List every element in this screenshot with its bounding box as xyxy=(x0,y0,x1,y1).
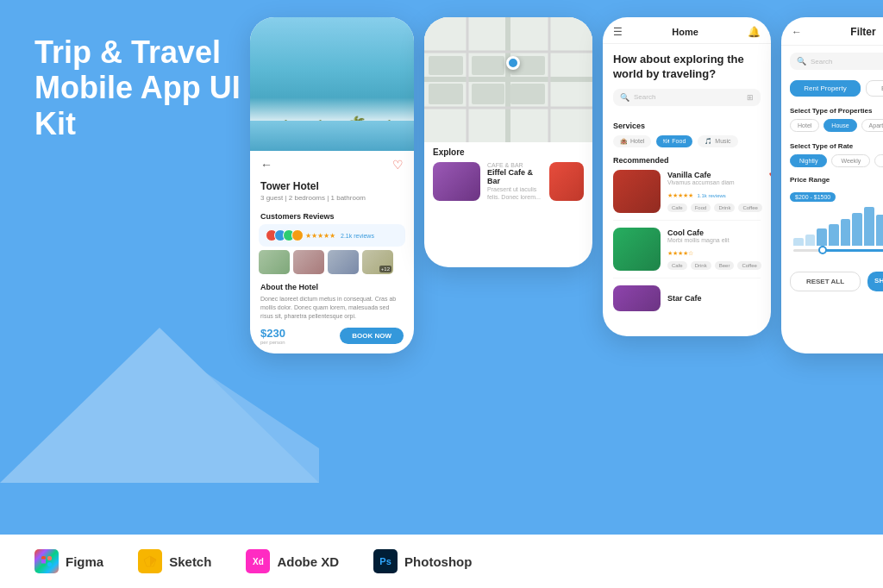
price-subtitle: per person xyxy=(260,340,285,345)
svg-rect-16 xyxy=(472,56,504,75)
bottom-toolbar: Figma Sketch Xd Adobe XD Ps Photoshop xyxy=(0,535,883,588)
rec-card-image-2 xyxy=(613,228,661,271)
explore-tag: CAFE & BAR xyxy=(487,162,542,168)
rec-card-name-1: Vanilla Cafe xyxy=(667,171,762,179)
photoshop-label: Photoshop xyxy=(404,554,472,569)
pool-area xyxy=(250,121,414,151)
prop-house-btn[interactable]: House xyxy=(824,119,856,132)
xd-tool: Xd Adobe XD xyxy=(246,549,339,573)
rate-type-title: Select Type of Rate xyxy=(790,142,883,150)
filter-header: ← Filter xyxy=(781,17,883,46)
recommended-title: Recommended xyxy=(613,156,761,165)
svg-rect-6 xyxy=(41,560,46,564)
service-food-tab[interactable]: 🍽 Food xyxy=(656,135,692,147)
gallery-thumb-2 xyxy=(293,250,324,274)
price-range-section: Price Range $200 - $1500 xyxy=(781,171,883,260)
rec-stars-2: ★★★★☆ xyxy=(667,243,761,259)
service-music-tab[interactable]: 🎵 Music xyxy=(698,135,737,147)
hotel-name: Tower Hotel xyxy=(260,180,404,192)
favorite-icon[interactable]: ♡ xyxy=(392,158,404,172)
hotel-nav: ← ♡ xyxy=(250,151,414,175)
filter-search-box[interactable]: 🔍 Search ⊞ xyxy=(790,53,883,70)
filter-actions: RESET ALL SHOW RESULTS xyxy=(781,265,883,298)
book-now-button[interactable]: BOOK NOW xyxy=(340,328,404,344)
price-slider-fill xyxy=(821,249,883,252)
price-range-title: Price Range xyxy=(790,176,883,184)
bar-4 xyxy=(829,224,839,246)
rent-buy-row: Rent Property Buy Property xyxy=(781,77,883,103)
rent-property-btn[interactable]: Rent Property xyxy=(790,80,861,97)
tag-cafe2: Cafe xyxy=(667,261,687,270)
sketch-icon xyxy=(138,549,162,573)
rec-card-image-3 xyxy=(613,285,661,311)
rec-card-3: Star Cafe xyxy=(613,285,761,311)
explore-desc: Praesent ut iaculis felis. Donec lorem..… xyxy=(487,185,542,201)
back-arrow-icon[interactable]: ← xyxy=(260,158,272,172)
svg-rect-19 xyxy=(510,84,545,104)
hotel-info: Tower Hotel 3 guest | 2 bedrooms | 1 bat… xyxy=(250,175,414,207)
svg-rect-18 xyxy=(472,84,504,104)
rec-stars-1: ★★★★★ 1.1k reviews xyxy=(667,185,762,201)
prop-hotel-btn[interactable]: Hotel xyxy=(790,119,819,132)
buy-property-btn[interactable]: Buy Property xyxy=(866,80,883,97)
bar-7 xyxy=(864,207,874,246)
bar-3 xyxy=(817,228,827,246)
bell-icon[interactable]: 🔔 xyxy=(748,26,761,38)
service-hotel-tab[interactable]: 🏨 Hotel xyxy=(613,135,651,147)
monthly-btn[interactable]: Monthly xyxy=(874,154,883,167)
about-title: About the Hotel xyxy=(260,283,404,291)
explore-info: CAFE & BAR Eiffel Cafe & Bar Praesent ut… xyxy=(487,162,542,201)
explore-cafe-image xyxy=(433,162,480,201)
bar-8 xyxy=(876,215,883,246)
price-book-row: $230 per person BOOK NOW xyxy=(250,323,414,352)
price-slider-track xyxy=(793,249,883,252)
home-hero: How about exploring the world by traveli… xyxy=(603,44,771,118)
rec-card-1: Vanilla Cafe Vivamus accumsan diam ★★★★★… xyxy=(613,170,761,221)
property-type-title: Select Type of Properties xyxy=(790,107,883,115)
tag-food: Food xyxy=(691,203,711,212)
show-results-button[interactable]: SHOW RESULTS xyxy=(867,272,883,291)
sketch-label: Sketch xyxy=(169,554,211,569)
rec-card-info-2: Cool Cafe Morbi mollis magna elit ★★★★☆ … xyxy=(667,228,761,270)
xd-icon: Xd xyxy=(246,549,270,573)
svg-rect-3 xyxy=(47,556,52,560)
price-slider-left-thumb[interactable] xyxy=(818,246,827,254)
property-type-section: Select Type of Properties Hotel House Ap… xyxy=(781,103,883,135)
tag-drink: Drink xyxy=(714,203,735,212)
figma-tool: Figma xyxy=(34,549,103,573)
nightly-btn[interactable]: Nightly xyxy=(790,154,827,167)
ps-icon: Ps xyxy=(373,549,398,573)
filter-back-icon[interactable]: ← xyxy=(792,26,802,38)
chart-bars xyxy=(793,207,883,246)
home-phone: ☰ Home 🔔 How about exploring the world b… xyxy=(603,17,771,336)
services-section: Services 🏨 Hotel 🍽 Food 🎵 Music xyxy=(603,118,771,151)
home-screen-title: Home xyxy=(672,27,698,37)
map-svg xyxy=(424,17,592,142)
reset-all-button[interactable]: RESET ALL xyxy=(790,272,861,291)
menu-icon[interactable]: ☰ xyxy=(613,26,623,38)
explore-section: Explore CAFE & BAR Eiffel Cafe & Bar Pra… xyxy=(424,142,592,206)
favorite-icon-1[interactable]: ♥ xyxy=(769,170,771,179)
prop-apartment-btn[interactable]: Apartment xyxy=(861,119,883,132)
filter-search-placeholder: Search xyxy=(811,58,883,66)
gallery-thumb-1 xyxy=(259,250,290,274)
filter-title: Filter xyxy=(850,26,875,38)
bar-2 xyxy=(805,235,816,247)
rec-card-name-2: Cool Cafe xyxy=(667,228,761,237)
tag-cafe: Cafe xyxy=(667,203,687,212)
filter-icon[interactable]: ⊞ xyxy=(747,93,754,102)
review-box: ★★★★★ 2.1k reviews xyxy=(259,224,405,247)
reviewer-avatars xyxy=(266,229,300,241)
rate-buttons: Nightly Weekly Monthly xyxy=(790,154,883,167)
svg-point-5 xyxy=(47,562,52,566)
explore-image-2 xyxy=(549,162,584,201)
filter-phone: ← Filter 🔍 Search ⊞ Rent Property Buy Pr… xyxy=(781,17,883,353)
hero-text: How about exploring the world by traveli… xyxy=(613,53,761,82)
weekly-btn[interactable]: Weekly xyxy=(831,154,870,167)
home-search-box[interactable]: 🔍 Search ⊞ xyxy=(613,89,761,106)
tag-row-1: Cafe Food Drink Coffee xyxy=(667,203,762,212)
about-text: Donec laoreet dictum metus in consequat.… xyxy=(250,295,414,323)
tag-coffee: Coffee xyxy=(738,203,762,212)
rec-card-desc-1: Vivamus accumsan diam xyxy=(667,179,762,185)
filter-search-icon: 🔍 xyxy=(797,57,806,66)
